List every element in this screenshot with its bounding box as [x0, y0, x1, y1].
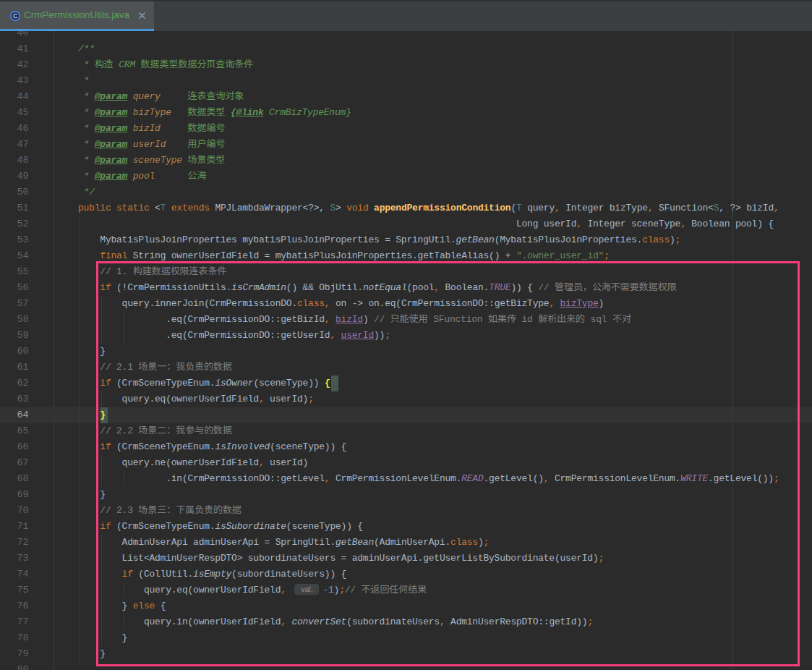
- svg-text:C: C: [12, 12, 17, 20]
